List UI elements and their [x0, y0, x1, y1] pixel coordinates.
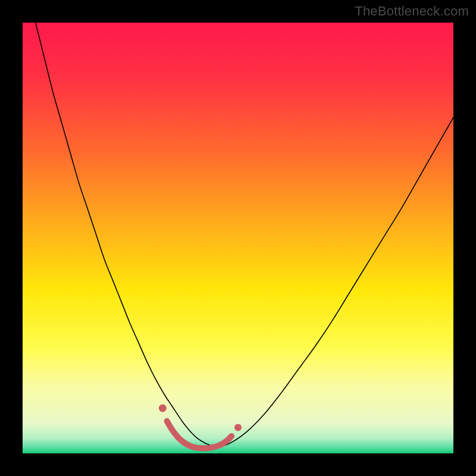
plot-area — [23, 23, 453, 453]
plot-svg — [23, 23, 453, 453]
chart-root: TheBottleneck.com — [0, 0, 476, 476]
watermark-text: TheBottleneck.com — [355, 4, 469, 19]
highlight-dot-right — [234, 424, 242, 431]
highlight-dot-left — [159, 404, 167, 412]
gradient-background — [23, 23, 453, 453]
